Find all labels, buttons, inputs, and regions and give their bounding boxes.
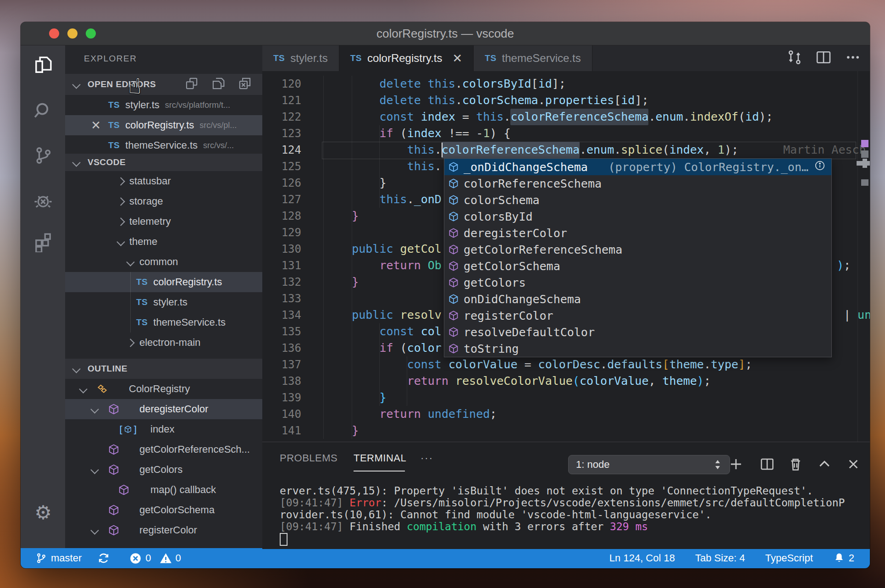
- activitybar-item-extensions[interactable]: [32, 231, 55, 254]
- activitybar-item-search[interactable]: [32, 99, 55, 122]
- suggest-label: colorsById: [464, 210, 533, 223]
- close-panel-button[interactable]: [843, 454, 863, 474]
- explorer-sidebar: EXPLORER OPEN EDITORS TSstyler.tssrc/vs/…: [65, 45, 262, 548]
- chevron-down-icon: [79, 385, 87, 393]
- tree-item-common[interactable]: common: [65, 252, 262, 272]
- symbol-method-icon: [448, 343, 459, 354]
- tree-item-storage[interactable]: storage: [65, 191, 262, 211]
- outline-item-deregistercolor[interactable]: deregisterColor: [65, 399, 262, 419]
- tab-size-item[interactable]: Tab Size: 4: [695, 552, 745, 564]
- toggle-layout-button[interactable]: [184, 76, 199, 93]
- code-text: return Ob: [324, 257, 442, 274]
- panel-more-icon[interactable]: ···: [420, 448, 433, 468]
- cursor-position-item[interactable]: Ln 124, Col 18: [609, 552, 675, 564]
- file-name: colorRegistry.ts: [125, 119, 194, 131]
- folder-section-label: VSCODE: [88, 157, 126, 167]
- code-text: return resolveColorValue(colorValue, the…: [324, 373, 711, 389]
- activitybar-item-settings[interactable]: ⚙: [32, 501, 55, 524]
- open-editor-item[interactable]: TSstyler.tssrc/vs/platform/t...: [65, 95, 262, 115]
- text-cursor: [442, 143, 442, 157]
- window-title: colorRegistry.ts — vscode: [21, 22, 870, 45]
- suggest-item-colorreferenceschema[interactable]: colorReferenceSchema: [444, 175, 831, 192]
- split-terminal-button[interactable]: [757, 454, 777, 474]
- terminal-select[interactable]: 1: node: [568, 455, 730, 474]
- problems-item[interactable]: 0 0: [129, 552, 181, 565]
- split-editor-button[interactable]: [815, 49, 832, 68]
- suggest-item-tostring[interactable]: toString: [444, 340, 831, 357]
- language-mode-item[interactable]: TypeScript: [765, 552, 813, 564]
- suggest-label: colorReferenceSchema: [464, 177, 602, 190]
- status-right: Ln 124, Col 18 Tab Size: 4 TypeScript 2: [589, 552, 854, 565]
- outline-item-index[interactable]: []index: [65, 419, 262, 439]
- maximize-panel-button[interactable]: [814, 454, 835, 474]
- outline-item-getcolors[interactable]: getColors: [65, 460, 262, 480]
- new-terminal-button[interactable]: [726, 454, 746, 474]
- suggest-item-getcolors[interactable]: getColors: [444, 274, 831, 291]
- typescript-file-icon: TS: [350, 53, 362, 63]
- editor-tab-styler-ts[interactable]: TSstyler.ts: [262, 45, 339, 71]
- suggest-item-colorschema[interactable]: colorSchema: [444, 192, 831, 208]
- outline-item-getcolorreferencesch-[interactable]: getColorReferenceSch...: [65, 439, 262, 460]
- outline-item-registercolor[interactable]: registerColor: [65, 520, 262, 540]
- symbol-method-icon: [448, 277, 459, 288]
- info-icon[interactable]: [814, 160, 826, 174]
- close-all-button[interactable]: [238, 76, 252, 93]
- open-editor-item[interactable]: ✕TScolorRegistry.tssrc/vs/pl...: [65, 115, 262, 135]
- activitybar-item-source-control[interactable]: [32, 144, 55, 167]
- save-all-button[interactable]: [211, 76, 226, 93]
- compare-button[interactable]: [785, 49, 803, 68]
- sync-item[interactable]: [97, 552, 114, 565]
- suggest-item--ondidchangeschema[interactable]: _onDidChangeSchema(property) ColorRegist…: [444, 159, 831, 175]
- tree-item-label: telemetry: [129, 216, 171, 227]
- outline-section-header[interactable]: OUTLINE: [65, 359, 262, 379]
- tree-item-themeservice-ts[interactable]: TSthemeService.ts: [65, 312, 262, 333]
- suggest-item-registercolor[interactable]: registerColor: [444, 307, 831, 324]
- tree-item-electron-main[interactable]: electron-main: [65, 333, 262, 353]
- editor-tab-themeservice-ts[interactable]: TSthemeService.ts: [474, 45, 592, 71]
- tab-terminal[interactable]: TERMINAL: [354, 448, 406, 468]
- symbol-cube-icon: [108, 504, 120, 516]
- kill-terminal-button[interactable]: [785, 454, 806, 474]
- suggest-item-getcolorschema[interactable]: getColorSchema: [444, 258, 831, 274]
- chevron-down-icon: [90, 526, 99, 534]
- git-branch-item[interactable]: master: [35, 552, 82, 565]
- file-tree: statusbarstoragetelemetrythemecommonTSco…: [65, 171, 262, 353]
- tabs-container: TSstyler.tsTScolorRegistry.ts✕TSthemeSer…: [262, 45, 592, 71]
- outline-item-map-callback[interactable]: map() callback: [65, 480, 262, 500]
- open-editors-label: OPEN EDITORS: [88, 79, 156, 89]
- notifications-item[interactable]: 2: [833, 552, 854, 565]
- hand-cursor: ☝: [128, 74, 141, 99]
- more-button[interactable]: [844, 49, 862, 68]
- indent-guide: [130, 312, 131, 333]
- editor-actions: [785, 45, 862, 71]
- close-icon[interactable]: ✕: [453, 51, 463, 66]
- outline-item-getcolorschema[interactable]: getColorSchema: [65, 500, 262, 520]
- suggest-item-getcolorreferenceschema[interactable]: getColorReferenceSchema: [444, 241, 831, 258]
- suggest-item-ondidchangeschema[interactable]: onDidChangeSchema: [444, 291, 831, 307]
- tree-item-theme[interactable]: theme: [65, 232, 262, 252]
- code-editor[interactable]: 120 delete this.colorsById[id];121 delet…: [262, 71, 870, 442]
- tree-item-styler-ts[interactable]: TSstyler.ts: [65, 292, 262, 312]
- tab-problems[interactable]: PROBLEMS: [280, 448, 337, 468]
- suggest-item-resolvedefaultcolor[interactable]: resolveDefaultColor: [444, 324, 831, 340]
- tree-item-telemetry[interactable]: telemetry: [65, 211, 262, 232]
- open-editor-item[interactable]: TSthemeService.tssrc/vs/...: [65, 135, 262, 155]
- terminal-output[interactable]: erver.ts(475,15): Property 'isBuilt' doe…: [280, 485, 861, 544]
- activitybar-item-debug[interactable]: [32, 189, 55, 212]
- ruler-decoration: [861, 150, 868, 158]
- outline-item-colorregistry[interactable]: ColorRegistry: [65, 379, 262, 399]
- open-editors-header[interactable]: OPEN EDITORS: [65, 74, 262, 95]
- tree-item-statusbar[interactable]: statusbar: [65, 171, 262, 191]
- terminal-line: [09:41:47] Finished compilation with 3 e…: [280, 521, 861, 533]
- suggest-item-deregistercolor[interactable]: deregisterColor: [444, 225, 831, 241]
- file-path: src/vs/pl...: [199, 121, 237, 130]
- close-icon[interactable]: ✕: [65, 118, 108, 133]
- title-bar[interactable]: colorRegistry.ts — vscode: [21, 22, 870, 45]
- suggest-item-colorsbyid[interactable]: colorsById: [444, 208, 831, 225]
- errors-icon: [129, 552, 142, 565]
- folder-section-header[interactable]: VSCODE: [65, 154, 262, 171]
- code-text: this.: [324, 158, 442, 175]
- activitybar-item-explorer[interactable]: [32, 54, 55, 77]
- editor-tab-colorregistry-ts[interactable]: TScolorRegistry.ts✕: [339, 45, 474, 71]
- tree-item-colorregistry-ts[interactable]: TScolorRegistry.ts: [65, 272, 262, 292]
